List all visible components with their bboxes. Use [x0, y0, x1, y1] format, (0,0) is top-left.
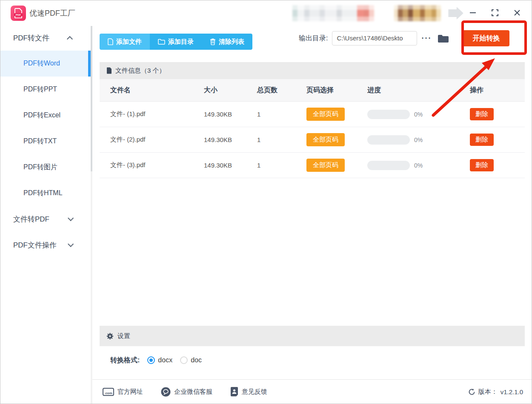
feedback-label: 意见反馈 — [242, 388, 267, 396]
sidebar-group-pdf-operations[interactable]: PDF文件操作 — [0, 235, 91, 255]
file-size: 149.30KB — [204, 162, 257, 169]
sidebar-group-pdf-to-file[interactable]: PDF转文件 — [0, 28, 91, 48]
official-website-link[interactable]: .com 官方网址 — [103, 387, 143, 397]
refresh-icon — [468, 388, 475, 395]
title-bar: PDF 优速PDF工厂 — [0, 0, 532, 26]
radio-docx[interactable] — [147, 356, 155, 364]
more-ellipsis-icon[interactable]: ··· — [421, 34, 432, 43]
document-icon — [106, 67, 112, 74]
sidebar-group-file-to-pdf[interactable]: 文件转PDF — [0, 209, 91, 229]
col-action: 操作 — [470, 86, 525, 95]
window-controls — [466, 6, 524, 20]
version-label: 版本： — [478, 388, 498, 396]
open-folder-icon[interactable] — [438, 34, 449, 43]
start-convert-button[interactable]: 开始转换 — [463, 30, 509, 46]
file-pages: 1 — [257, 111, 306, 118]
col-size: 大小 — [204, 86, 257, 95]
format-label: 转换格式: — [110, 356, 140, 365]
delete-button[interactable]: 删除 — [470, 134, 494, 146]
radio-docx-label[interactable]: docx — [158, 356, 172, 364]
progress-bar — [367, 135, 410, 145]
output-dir-input[interactable]: C:\Users\17486\Deskto — [332, 31, 417, 46]
add-folder-button[interactable]: 添加目录 — [150, 34, 202, 50]
progress-bar — [367, 110, 410, 119]
sidebar-item-pdf-to-txt[interactable]: PDF转TXT — [0, 128, 91, 154]
file-info-label: 文件信息（3 个） — [115, 67, 166, 75]
feedback-icon — [230, 387, 238, 396]
radio-doc-label[interactable]: doc — [191, 356, 202, 364]
sidebar-item-label: PDF转Excel — [23, 111, 60, 120]
version-info[interactable]: 版本：v1.2.1.0 — [468, 388, 523, 396]
blurred-badge-2 — [394, 5, 441, 21]
folder-icon — [158, 39, 165, 45]
file-size: 149.30KB — [204, 136, 257, 143]
blurred-pointer-blob — [448, 7, 463, 20]
file-info-bar: 文件信息（3 个） — [100, 62, 525, 79]
file-icon — [108, 38, 113, 45]
page-select-button[interactable]: 全部页码 — [306, 159, 345, 172]
sidebar-group-label: PDF文件操作 — [13, 240, 57, 250]
wechat-service-link[interactable]: 企业微信客服 — [161, 387, 212, 397]
trash-icon — [210, 38, 216, 45]
add-folder-label: 添加目录 — [168, 38, 194, 46]
settings-bar: 设置 — [100, 326, 525, 346]
sidebar-group-label: PDF转文件 — [13, 33, 49, 43]
sidebar-item-label: PDF转TXT — [23, 137, 57, 146]
table-row: 文件- (3).pdf 149.30KB 1 全部页码 0% 删除 — [100, 153, 525, 178]
page-select-button[interactable]: 全部页码 — [306, 133, 345, 146]
active-indicator-bar — [88, 51, 91, 77]
add-file-label: 添加文件 — [116, 38, 142, 46]
progress-bar — [367, 161, 410, 170]
sidebar: PDF转文件 PDF转Word PDF转PPT PDF转Excel PDF转TX… — [0, 26, 92, 404]
table-header: 文件名 大小 总页数 页码选择 进度 操作 — [100, 79, 525, 102]
website-icon: .com — [103, 388, 114, 396]
col-pages: 总页数 — [257, 86, 306, 95]
format-row: 转换格式: docx doc — [110, 350, 202, 370]
sidebar-item-pdf-to-ppt[interactable]: PDF转PPT — [0, 77, 91, 102]
maximize-button[interactable] — [488, 6, 502, 20]
version-value: v1.2.1.0 — [501, 388, 523, 395]
file-size: 149.30KB — [204, 111, 257, 118]
sidebar-item-pdf-to-word[interactable]: PDF转Word — [0, 51, 91, 77]
chevron-down-icon — [68, 241, 74, 247]
table-row: 文件- (2).pdf 149.30KB 1 全部页码 0% 删除 — [100, 127, 525, 153]
sidebar-item-label: PDF转图片 — [23, 163, 57, 172]
close-button[interactable] — [510, 6, 524, 20]
file-name: 文件- (1).pdf — [110, 110, 204, 118]
sidebar-item-label: PDF转PPT — [23, 85, 57, 94]
delete-button[interactable]: 删除 — [470, 108, 494, 120]
gear-icon — [106, 333, 114, 340]
website-label: 官方网址 — [117, 388, 143, 396]
main-panel: 添加文件 添加目录 清除列表 输出目录: C:\Users\17486\Desk… — [92, 26, 532, 404]
sidebar-group-label: 文件转PDF — [13, 214, 49, 224]
file-pages: 1 — [257, 136, 306, 143]
output-dir-label: 输出目录: — [299, 34, 328, 43]
logo-pdf-text: PDF — [16, 13, 21, 16]
delete-button[interactable]: 删除 — [470, 159, 494, 171]
sidebar-item-pdf-to-image[interactable]: PDF转图片 — [0, 154, 91, 180]
minimize-button[interactable] — [466, 6, 480, 20]
progress-percent: 0% — [414, 111, 423, 118]
blurred-badge-1 — [289, 5, 374, 21]
sidebar-item-pdf-to-excel[interactable]: PDF转Excel — [0, 102, 91, 128]
add-file-button[interactable]: 添加文件 — [100, 34, 150, 50]
sidebar-item-pdf-to-html[interactable]: PDF转HTML — [0, 180, 91, 206]
chevron-up-icon — [67, 36, 73, 42]
clear-list-button[interactable]: 清除列表 — [202, 34, 252, 50]
radio-doc[interactable] — [180, 356, 188, 364]
file-name: 文件- (2).pdf — [110, 136, 204, 144]
progress-percent: 0% — [414, 162, 423, 169]
footer: .com 官方网址 企业微信客服 意见反馈 — [92, 379, 532, 404]
feedback-link[interactable]: 意见反馈 — [230, 387, 267, 397]
progress-percent: 0% — [414, 137, 423, 143]
table-row: 文件- (1).pdf 149.30KB 1 全部页码 0% 删除 — [100, 102, 525, 127]
wechat-label: 企业微信客服 — [174, 388, 212, 396]
sidebar-item-label: PDF转Word — [23, 59, 60, 68]
col-name: 文件名 — [110, 86, 204, 95]
footer-links: .com 官方网址 企业微信客服 意见反馈 — [103, 387, 267, 397]
file-name: 文件- (3).pdf — [110, 161, 204, 169]
page-select-button[interactable]: 全部页码 — [306, 108, 345, 121]
wechat-icon — [161, 387, 171, 397]
chevron-down-icon — [68, 215, 74, 221]
col-page-select: 页码选择 — [306, 86, 367, 95]
